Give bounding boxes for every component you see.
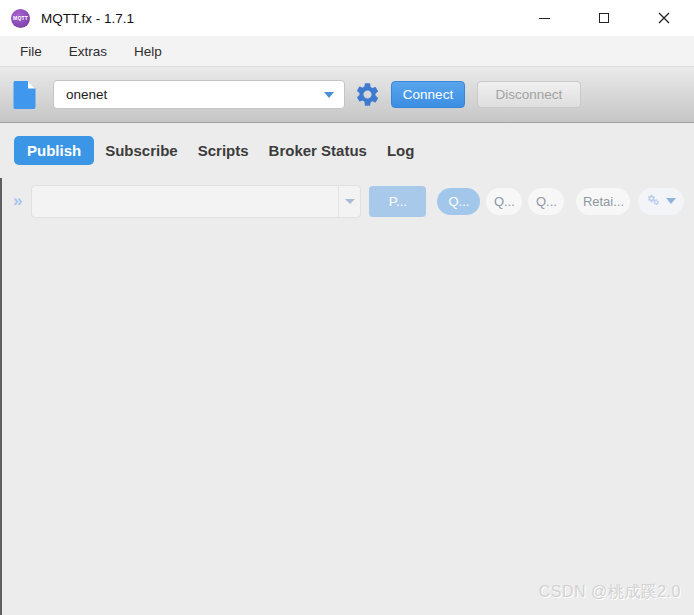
window-title: MQTT.fx - 1.7.1 — [41, 11, 134, 26]
retained-button[interactable]: Retai... — [576, 188, 630, 215]
publish-content-area: CSDN @桃成蹊2.0 — [2, 224, 694, 615]
minimize-button[interactable] — [514, 0, 574, 36]
maximize-icon — [599, 13, 609, 23]
connection-profile-combobox[interactable] — [53, 80, 345, 109]
topic-input[interactable] — [32, 186, 338, 217]
connection-bar: Connect Disconnect — [0, 67, 694, 123]
mqtt-logo-icon: MQTT — [11, 9, 30, 28]
tab-publish[interactable]: Publish — [14, 136, 94, 165]
disconnect-button[interactable]: Disconnect — [477, 81, 581, 108]
publish-button[interactable]: P... — [369, 186, 426, 217]
watermark-text: CSDN @桃成蹊2.0 — [539, 582, 681, 603]
topic-dropdown-button[interactable] — [338, 186, 360, 217]
menu-bar: File Extras Help — [0, 36, 694, 67]
menu-item-help[interactable]: Help — [134, 44, 162, 59]
qos2-button[interactable]: Q... — [528, 188, 564, 215]
connect-button[interactable]: Connect — [391, 81, 465, 108]
tab-bar: Publish Subscribe Scripts Broker Status … — [0, 123, 694, 178]
menu-item-file[interactable]: File — [20, 44, 42, 59]
topic-combobox[interactable] — [31, 185, 361, 218]
publish-toolbar: » P... Q... Q... Q... Retai... — [2, 178, 694, 224]
window-controls — [514, 0, 694, 36]
file-icon — [12, 80, 37, 110]
app-window: MQTT MQTT.fx - 1.7.1 File Extras Help — [0, 0, 694, 615]
connection-settings-button[interactable] — [354, 81, 381, 108]
chevron-down-icon — [666, 198, 676, 204]
maximize-button[interactable] — [574, 0, 634, 36]
tab-scripts[interactable]: Scripts — [198, 142, 249, 159]
publish-pane: » P... Q... Q... Q... Retai... — [0, 178, 694, 615]
title-bar: MQTT MQTT.fx - 1.7.1 — [0, 0, 694, 36]
chevron-down-icon[interactable] — [324, 92, 334, 98]
connection-profile-input[interactable] — [54, 87, 324, 102]
chevron-down-icon — [345, 199, 355, 204]
close-icon — [658, 12, 670, 24]
gears-icon — [647, 194, 664, 209]
publish-options-button[interactable] — [638, 188, 684, 215]
minimize-icon — [539, 18, 550, 19]
tab-subscribe[interactable]: Subscribe — [105, 142, 178, 159]
gear-icon — [354, 81, 381, 108]
double-chevron-icon[interactable]: » — [13, 191, 22, 211]
close-button[interactable] — [634, 0, 694, 36]
qos0-button[interactable]: Q... — [437, 188, 480, 215]
tab-log[interactable]: Log — [387, 142, 415, 159]
qos1-button[interactable]: Q... — [486, 188, 522, 215]
menu-item-extras[interactable]: Extras — [69, 44, 107, 59]
tab-broker-status[interactable]: Broker Status — [269, 142, 367, 159]
